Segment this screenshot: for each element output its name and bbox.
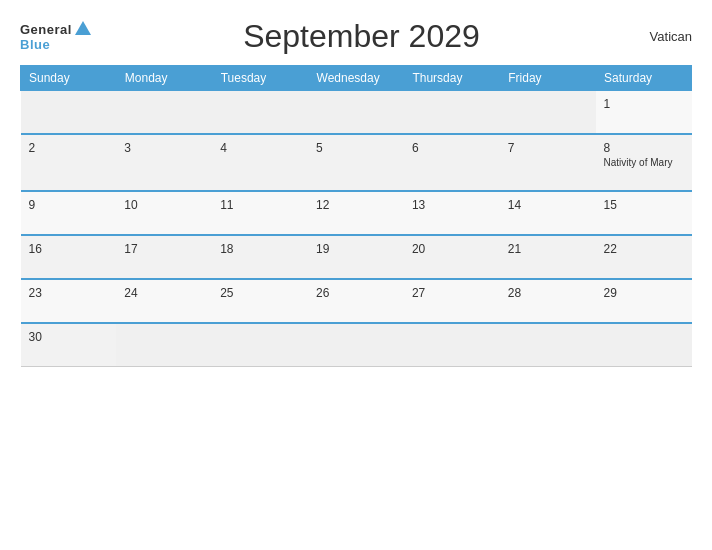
day-number: 5: [316, 141, 323, 155]
calendar-day-cell: [404, 91, 500, 135]
day-number: 24: [124, 286, 137, 300]
calendar-day-cell: 27: [404, 279, 500, 323]
calendar-day-cell: 10: [116, 191, 212, 235]
day-number: 21: [508, 242, 521, 256]
calendar-day-cell: 5: [308, 134, 404, 191]
calendar-day-cell: 26: [308, 279, 404, 323]
calendar-week-row: 2345678Nativity of Mary: [21, 134, 692, 191]
day-number: 9: [29, 198, 36, 212]
calendar-week-row: 9101112131415: [21, 191, 692, 235]
calendar-day-cell: 20: [404, 235, 500, 279]
calendar-day-cell: 3: [116, 134, 212, 191]
calendar-table: SundayMondayTuesdayWednesdayThursdayFrid…: [20, 65, 692, 367]
day-number: 4: [220, 141, 227, 155]
day-number: 15: [604, 198, 617, 212]
calendar-week-row: 30: [21, 323, 692, 367]
calendar-day-cell: [596, 323, 692, 367]
day-number: 8: [604, 141, 611, 155]
days-of-week-row: SundayMondayTuesdayWednesdayThursdayFrid…: [21, 66, 692, 91]
calendar-day-cell: [116, 323, 212, 367]
day-number: 18: [220, 242, 233, 256]
day-number: 25: [220, 286, 233, 300]
calendar-day-cell: 18: [212, 235, 308, 279]
logo-triangle-icon: [75, 21, 91, 35]
calendar-day-cell: 4: [212, 134, 308, 191]
calendar-day-cell: 22: [596, 235, 692, 279]
calendar-day-cell: [308, 323, 404, 367]
calendar-day-cell: 23: [21, 279, 117, 323]
calendar-day-cell: [404, 323, 500, 367]
day-number: 3: [124, 141, 131, 155]
calendar-day-cell: 13: [404, 191, 500, 235]
calendar-day-cell: 28: [500, 279, 596, 323]
day-number: 1: [604, 97, 611, 111]
calendar-day-cell: [21, 91, 117, 135]
calendar-day-cell: 24: [116, 279, 212, 323]
day-event: Nativity of Mary: [604, 157, 684, 168]
weekday-header: Saturday: [596, 66, 692, 91]
day-number: 27: [412, 286, 425, 300]
day-number: 11: [220, 198, 233, 212]
calendar-day-cell: 6: [404, 134, 500, 191]
calendar-day-cell: 9: [21, 191, 117, 235]
day-number: 23: [29, 286, 42, 300]
day-number: 19: [316, 242, 329, 256]
calendar-day-cell: 8Nativity of Mary: [596, 134, 692, 191]
logo-blue-text: Blue: [20, 37, 50, 52]
calendar-day-cell: 1: [596, 91, 692, 135]
day-number: 22: [604, 242, 617, 256]
calendar-day-cell: 12: [308, 191, 404, 235]
day-number: 28: [508, 286, 521, 300]
calendar-day-cell: 30: [21, 323, 117, 367]
calendar-day-cell: 15: [596, 191, 692, 235]
day-number: 2: [29, 141, 36, 155]
day-number: 10: [124, 198, 137, 212]
weekday-header: Tuesday: [212, 66, 308, 91]
day-number: 30: [29, 330, 42, 344]
day-number: 6: [412, 141, 419, 155]
calendar-week-row: 16171819202122: [21, 235, 692, 279]
calendar-day-cell: [116, 91, 212, 135]
calendar-week-row: 1: [21, 91, 692, 135]
logo: General Blue: [20, 21, 91, 52]
calendar-day-cell: [308, 91, 404, 135]
logo-general-text: General: [20, 22, 72, 37]
day-number: 12: [316, 198, 329, 212]
page-title: September 2029: [91, 18, 632, 55]
calendar-day-cell: 11: [212, 191, 308, 235]
day-number: 13: [412, 198, 425, 212]
calendar-day-cell: 19: [308, 235, 404, 279]
weekday-header: Sunday: [21, 66, 117, 91]
calendar-header: SundayMondayTuesdayWednesdayThursdayFrid…: [21, 66, 692, 91]
calendar-day-cell: [500, 323, 596, 367]
calendar-day-cell: [212, 91, 308, 135]
calendar-body: 12345678Nativity of Mary9101112131415161…: [21, 91, 692, 367]
day-number: 14: [508, 198, 521, 212]
country-label: Vatican: [632, 29, 692, 44]
day-number: 26: [316, 286, 329, 300]
calendar-day-cell: 29: [596, 279, 692, 323]
calendar-day-cell: 16: [21, 235, 117, 279]
day-number: 7: [508, 141, 515, 155]
day-number: 20: [412, 242, 425, 256]
calendar-day-cell: 17: [116, 235, 212, 279]
calendar-day-cell: [212, 323, 308, 367]
weekday-header: Monday: [116, 66, 212, 91]
calendar-day-cell: 2: [21, 134, 117, 191]
weekday-header: Wednesday: [308, 66, 404, 91]
calendar-day-cell: 21: [500, 235, 596, 279]
calendar-day-cell: 14: [500, 191, 596, 235]
calendar-page: General Blue September 2029 Vatican Sund…: [0, 0, 712, 550]
calendar-day-cell: 7: [500, 134, 596, 191]
weekday-header: Friday: [500, 66, 596, 91]
calendar-day-cell: 25: [212, 279, 308, 323]
calendar-day-cell: [500, 91, 596, 135]
weekday-header: Thursday: [404, 66, 500, 91]
day-number: 29: [604, 286, 617, 300]
day-number: 17: [124, 242, 137, 256]
page-header: General Blue September 2029 Vatican: [20, 18, 692, 55]
day-number: 16: [29, 242, 42, 256]
calendar-week-row: 23242526272829: [21, 279, 692, 323]
